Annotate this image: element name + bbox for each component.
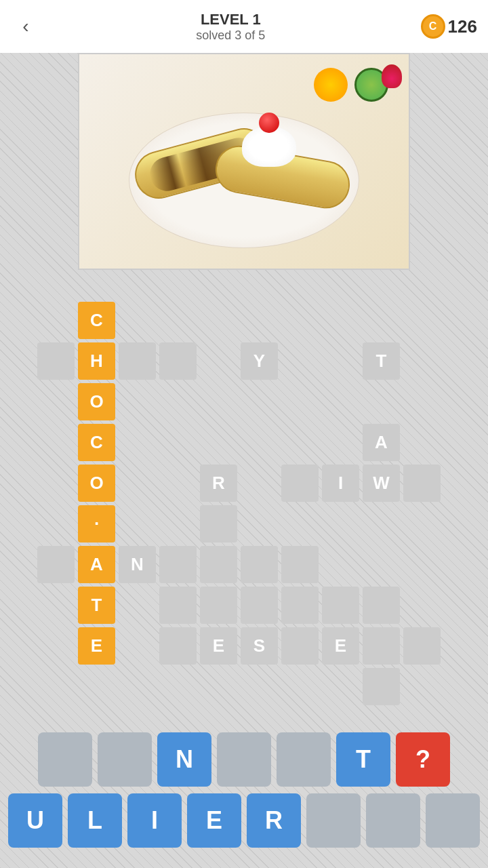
cell-y: Y	[241, 342, 278, 380]
cell-e-blank1	[159, 627, 197, 665]
tile-empty-5[interactable]	[306, 793, 361, 848]
letter-row-1: N T ?	[38, 732, 450, 787]
orange-slice	[314, 68, 348, 102]
tile-t[interactable]: T	[336, 732, 390, 787]
coin-icon: C	[421, 14, 445, 39]
tile-n[interactable]: N	[157, 732, 211, 787]
tile-u[interactable]: U	[8, 793, 62, 848]
cell-empty14	[363, 587, 400, 624]
tile-l[interactable]: L	[68, 793, 122, 848]
cell-empty10	[200, 587, 237, 624]
cell-e-blank2	[281, 627, 319, 665]
cell-o1: O	[78, 383, 115, 420]
cell-empty12	[281, 587, 319, 624]
cell-empty13	[322, 587, 359, 624]
letter-bar: N T ? U L I E R	[0, 712, 488, 868]
cell-c: C	[78, 302, 115, 339]
cell-empty2	[281, 465, 319, 502]
cell-empty4	[200, 505, 237, 542]
strawberry	[382, 64, 402, 88]
back-arrow-icon: ‹	[22, 16, 28, 37]
cell-empty11	[241, 587, 278, 624]
tile-empty-7[interactable]	[426, 793, 480, 848]
cell-empty9	[159, 587, 197, 624]
cell-empty7	[241, 546, 278, 583]
cell-e-blank3	[363, 627, 400, 665]
crossword-area: C H Y T O C A O R I W · A N T E E S E	[0, 292, 488, 712]
level-subtitle: solved 3 of 5	[196, 28, 265, 43]
cell-empty5	[159, 546, 197, 583]
cell-o2: O	[78, 465, 115, 502]
cell-a: A	[78, 546, 115, 583]
tile-empty-1[interactable]	[38, 732, 92, 787]
cell-e-blank4	[403, 627, 441, 665]
cell-a-right: A	[363, 424, 400, 461]
cell-below1	[363, 668, 400, 705]
tile-e[interactable]: E	[187, 793, 241, 848]
level-info: LEVEL 1 solved 3 of 5	[196, 11, 265, 43]
cell-empty	[37, 342, 75, 380]
food-image	[79, 54, 409, 269]
tile-empty-3[interactable]	[217, 732, 271, 787]
tile-i[interactable]: I	[127, 793, 182, 848]
cell-empty	[159, 342, 197, 380]
cell-gray-left7	[37, 546, 75, 583]
cell-t-top: T	[363, 342, 400, 380]
cherry	[259, 113, 279, 133]
cell-r: R	[200, 465, 237, 502]
tile-empty-4[interactable]	[277, 732, 331, 787]
cell-empty6	[200, 546, 237, 583]
cell-empty8	[281, 546, 319, 583]
letter-row-2: U L I E R	[8, 793, 480, 848]
tile-r[interactable]: R	[247, 793, 301, 848]
header: ‹ LEVEL 1 solved 3 of 5 C 126	[0, 0, 488, 53]
back-button[interactable]: ‹	[11, 12, 41, 41]
cell-e: E	[78, 627, 115, 665]
coin-count: 126	[448, 16, 477, 37]
cell-i: I	[322, 465, 359, 502]
cell-s: S	[241, 627, 278, 665]
cell-t: T	[78, 587, 115, 624]
tile-hint[interactable]: ?	[396, 732, 450, 787]
cell-n: N	[119, 546, 156, 583]
tile-empty-6[interactable]	[366, 793, 420, 848]
cell-empty3	[403, 465, 441, 502]
tile-empty-2[interactable]	[98, 732, 152, 787]
level-title: LEVEL 1	[196, 11, 265, 28]
cell-w: W	[363, 465, 400, 502]
food-image-area	[78, 53, 410, 270]
cell-e1: E	[200, 627, 237, 665]
cell-empty	[119, 342, 156, 380]
cell-dot: ·	[78, 505, 115, 542]
cell-h: H	[78, 342, 115, 380]
cell-e2: E	[322, 627, 359, 665]
coins-badge: C 126	[421, 14, 477, 39]
cell-c2: C	[78, 424, 115, 461]
